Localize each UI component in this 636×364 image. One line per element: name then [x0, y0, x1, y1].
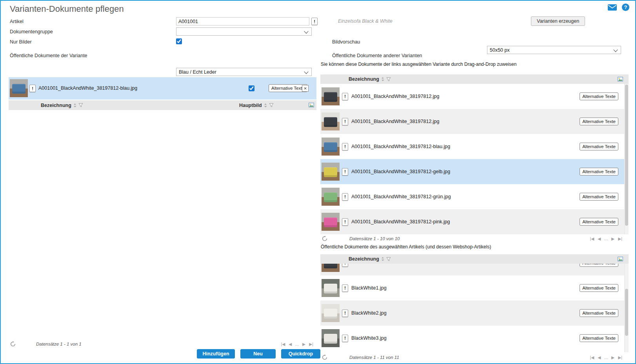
prev-page-icon[interactable]: ◀ [598, 236, 601, 241]
table-row-partial[interactable]: ! Alternative Texte [320, 264, 629, 275]
document-name: A001001_BlackAndWhite_38197812.jpg [351, 119, 439, 124]
table-row[interactable]: ! A001001_BlackAndWhite_38197812-blau.jp… [9, 77, 316, 100]
artikel-input[interactable] [176, 17, 309, 25]
alternative-texts-button[interactable]: Alternative Texte [580, 284, 618, 292]
info-button[interactable]: ! [342, 284, 348, 292]
alternative-texts-button[interactable]: Alternative Texte [580, 143, 618, 150]
pagination: |◀ ◀ ... ▶ ▶| [590, 236, 622, 241]
more-pages-icon[interactable]: ... [295, 342, 299, 346]
sort-icon[interactable] [264, 103, 267, 108]
info-button[interactable]: ! [342, 118, 348, 125]
info-button[interactable]: ! [342, 310, 348, 317]
info-button[interactable]: ! [342, 193, 348, 201]
artikel-info-button[interactable]: ! [311, 18, 318, 25]
column-bezeichnung[interactable]: Bezeichnung [41, 103, 71, 108]
table-row[interactable]: ! A001001_BlackAndWhite_38197812.jpg Alt… [320, 84, 629, 109]
table-row[interactable]: ! BlackWhite3.jpg Alternative Texte [320, 326, 629, 351]
alternative-texts-button[interactable]: Alternative Texte [269, 84, 307, 92]
info-button[interactable]: ! [342, 218, 348, 226]
column-bezeichnung[interactable]: Bezeichnung [349, 256, 379, 262]
scrollbar[interactable] [624, 264, 629, 352]
document-thumbnail [322, 213, 340, 231]
next-page-icon[interactable]: ▶ [302, 342, 305, 346]
alternative-texts-button[interactable]: Alternative Texte [580, 118, 618, 125]
document-thumbnail [322, 188, 340, 206]
remove-button[interactable]: × [302, 85, 309, 92]
prev-page-icon[interactable]: ◀ [289, 342, 292, 346]
more-pages-icon[interactable]: ... [604, 236, 608, 241]
alternative-texts-button[interactable]: Alternative Texte [580, 309, 618, 317]
info-button[interactable]: ! [342, 335, 348, 342]
bildvorschau-select[interactable]: 50x50 px [487, 46, 621, 54]
hinzufuegen-button[interactable]: Hinzufügen [197, 349, 235, 359]
dokumentengruppe-select[interactable] [176, 27, 312, 36]
nur-bilder-checkbox[interactable] [176, 38, 182, 44]
table-row[interactable]: ! A001001_BlackAndWhite_38197812.jpg Alt… [320, 109, 629, 134]
records-count: Datensätze 1 - 1 von 1 [36, 342, 82, 346]
last-page-icon[interactable]: ▶| [618, 355, 622, 360]
table-row[interactable]: ! A001001_BlackAndWhite_38197812-grün.jp… [320, 184, 629, 209]
last-page-icon[interactable]: ▶| [309, 342, 313, 346]
next-page-icon[interactable]: ▶ [611, 236, 614, 241]
sort-icon[interactable] [381, 257, 384, 261]
table-row[interactable]: ! A001001_BlackAndWhite_38197812-blau.jp… [320, 134, 629, 159]
table-row[interactable]: ! BlackWhite2.jpg Alternative Texte [320, 301, 629, 326]
table-row[interactable]: ! A001001_BlackAndWhite_38197812-pink.jp… [320, 209, 629, 234]
scrollbar-thumb[interactable] [625, 85, 628, 226]
filter-icon[interactable] [386, 257, 391, 261]
info-button[interactable]: ! [342, 143, 348, 150]
mail-icon[interactable] [608, 4, 617, 11]
first-page-icon[interactable]: |◀ [281, 342, 285, 346]
table-footer: Datensätze 1 - 10 von 10 |◀ ◀ ... ▶ ▶| [320, 234, 629, 243]
filter-icon[interactable] [269, 103, 274, 107]
first-page-icon[interactable]: |◀ [590, 236, 594, 241]
action-buttons: Hinzufügen Neu Quickdrop [197, 349, 320, 359]
varianten-erzeugen-button[interactable]: Varianten erzeugen [531, 16, 585, 26]
prev-page-icon[interactable]: ◀ [598, 355, 601, 360]
filter-icon[interactable] [386, 77, 391, 81]
alternative-texts-button[interactable]: Alternative Texte [580, 92, 618, 100]
filter-icon[interactable] [78, 103, 83, 107]
gallery-icon[interactable] [618, 257, 623, 261]
info-button[interactable]: ! [342, 93, 348, 100]
artikel-description: Einzelsofa Black & White [338, 18, 393, 24]
variante-dokumente-select[interactable]: Blau / Echt Leder [176, 68, 312, 76]
document-name: BlackWhite3.jpg [351, 335, 387, 341]
refresh-icon[interactable] [322, 236, 327, 241]
table-row-selected[interactable]: ! A001001_BlackAndWhite_38197812-gelb.jp… [320, 159, 629, 184]
sort-icon[interactable] [381, 77, 384, 81]
quickdrop-button[interactable]: Quickdrop [281, 349, 320, 359]
document-thumbnail [10, 79, 28, 97]
more-pages-icon[interactable]: ... [604, 355, 608, 360]
alternative-texts-button[interactable]: Alternative Texte [580, 168, 618, 176]
gallery-icon[interactable] [618, 77, 623, 81]
alternative-texts-button[interactable]: Alternative Texte [580, 264, 618, 267]
alternative-texts-button[interactable]: Alternative Texte [580, 218, 618, 226]
next-page-icon[interactable]: ▶ [611, 355, 614, 360]
variante-dokumente-label: Öffentliche Dokumente der Variante [10, 53, 87, 58]
scrollbar-thumb[interactable] [625, 289, 628, 336]
alternative-texts-button[interactable]: Alternative Texte [580, 334, 618, 342]
column-bezeichnung[interactable]: Bezeichnung [349, 76, 379, 82]
info-button[interactable]: ! [29, 85, 36, 92]
gallery-icon[interactable] [309, 103, 314, 107]
first-page-icon[interactable]: |◀ [590, 355, 594, 360]
column-hauptbild[interactable]: Hauptbild [239, 103, 262, 108]
variante-dokumente-value: Blau / Echt Leder [179, 69, 216, 75]
pagination: |◀ ◀ ... ▶ ▶| [281, 342, 313, 346]
table-row[interactable]: ! BlackWhite1.jpg Alternative Texte [320, 275, 629, 301]
bildvorschau-value: 50x50 px [490, 47, 510, 53]
scrollbar[interactable] [624, 84, 629, 234]
sort-icon[interactable] [73, 103, 76, 108]
alternative-texts-button[interactable]: Alternative Texte [580, 193, 618, 201]
hauptbild-checkbox[interactable] [249, 85, 254, 91]
refresh-icon[interactable] [322, 355, 327, 360]
info-button[interactable]: ! [342, 264, 348, 267]
last-page-icon[interactable]: ▶| [618, 236, 622, 241]
info-button[interactable]: ! [342, 168, 348, 176]
neu-button[interactable]: Neu [240, 349, 276, 359]
help-icon[interactable]: ? [622, 4, 629, 11]
table-header: Bezeichnung [320, 254, 629, 264]
document-name: A001001_BlackAndWhite_38197812-blau.jpg [351, 144, 450, 149]
refresh-icon[interactable] [10, 341, 16, 347]
